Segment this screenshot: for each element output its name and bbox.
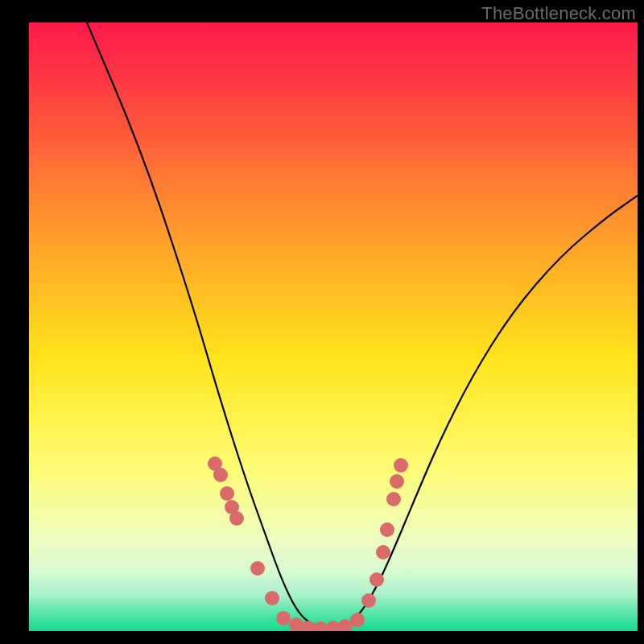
sample-point <box>276 611 291 625</box>
sample-point <box>380 522 394 537</box>
sample-point <box>376 545 390 559</box>
sample-point <box>350 613 365 627</box>
sample-point <box>394 458 408 473</box>
sample-point <box>369 572 384 587</box>
sample-point <box>250 561 265 576</box>
sample-point <box>386 492 401 506</box>
sample-point <box>220 486 234 501</box>
sample-point <box>265 591 279 605</box>
sample-point <box>390 474 404 489</box>
watermark-text: TheBottleneck.com <box>481 3 636 24</box>
sample-point <box>213 468 228 482</box>
sample-points-layer <box>29 23 638 631</box>
sample-point <box>229 511 244 526</box>
sample-point <box>313 621 328 631</box>
sample-point <box>361 593 376 608</box>
